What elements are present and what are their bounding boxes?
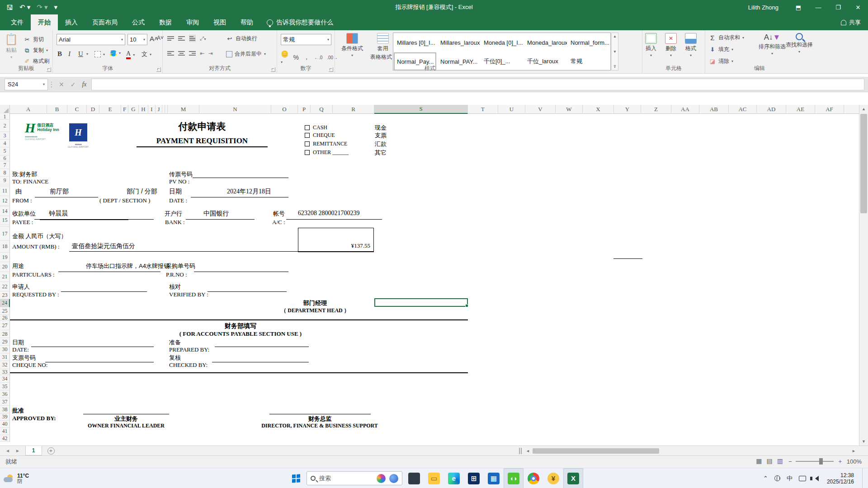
column-header-G[interactable]: G bbox=[128, 105, 139, 114]
align-middle-icon[interactable] bbox=[178, 35, 185, 42]
account-name[interactable]: Lilith Zhong bbox=[748, 4, 778, 11]
column-header-AA[interactable]: AA bbox=[671, 105, 699, 114]
format-as-table-button[interactable]: 套用 表格格式 ▾ bbox=[370, 33, 395, 61]
scroll-right-icon[interactable]: ► bbox=[852, 449, 856, 453]
formula-input[interactable] bbox=[91, 79, 864, 90]
sort-filter-button[interactable]: A↓▼ 排序和筛选▾ bbox=[759, 33, 786, 56]
tell-me-box[interactable]: 告诉我你想要做什么 bbox=[260, 14, 340, 30]
taskbar-microsoft-store-icon[interactable]: ⊞ bbox=[464, 468, 484, 488]
column-header-A[interactable]: A bbox=[10, 105, 47, 114]
row-header-32[interactable]: 32 bbox=[0, 361, 10, 369]
row-header-31[interactable]: 31 bbox=[0, 353, 10, 361]
align-left-icon[interactable] bbox=[167, 50, 174, 56]
ribbon-tab-插入[interactable]: 插入 bbox=[58, 14, 85, 30]
ribbon-tab-视图[interactable]: 视图 bbox=[206, 14, 233, 30]
autosum-button[interactable]: Σ自动求和▾ bbox=[709, 34, 744, 42]
ime-language-indicator[interactable]: 中 bbox=[787, 474, 793, 483]
column-header-X[interactable]: X bbox=[583, 105, 614, 114]
hidden-icons-chevron-icon[interactable]: ⌃ bbox=[763, 475, 768, 482]
taskbar-excel-icon[interactable]: X bbox=[563, 468, 583, 488]
touch-keyboard-icon[interactable] bbox=[799, 476, 806, 481]
selected-cell-S24[interactable] bbox=[374, 298, 468, 307]
column-header-I[interactable]: I bbox=[148, 105, 156, 114]
delete-cells-button[interactable]: ✕ 删除▾ bbox=[665, 33, 677, 57]
row-header-27[interactable]: 27 bbox=[0, 321, 10, 330]
column-header-F[interactable]: F bbox=[121, 105, 128, 114]
row-header-40[interactable]: 40 bbox=[0, 421, 10, 428]
taskbar-clock[interactable]: 12:38 2025/12/16 bbox=[825, 472, 854, 485]
ribbon-tab-文件[interactable]: 文件 bbox=[4, 14, 31, 30]
start-button[interactable] bbox=[287, 468, 306, 488]
gallery-down-icon[interactable]: ▼ bbox=[613, 50, 617, 54]
cut-button[interactable]: ✂剪切 bbox=[24, 36, 44, 43]
clear-button[interactable]: ◪清除▾ bbox=[709, 57, 733, 65]
taskbar-blue-app-icon[interactable]: ▦ bbox=[484, 468, 504, 488]
column-header-H[interactable]: H bbox=[139, 105, 148, 114]
cell-style-item[interactable]: Millares [0]_I... bbox=[393, 33, 437, 52]
weather-widget[interactable]: 11°C 阴 bbox=[0, 468, 39, 488]
row-header-28[interactable]: 28 bbox=[0, 330, 10, 338]
row-header-34[interactable]: 34 bbox=[0, 375, 10, 383]
zoom-in-icon[interactable]: ＋ bbox=[837, 457, 843, 465]
remittance-checkbox[interactable] bbox=[305, 141, 310, 146]
format-cells-button[interactable]: 格式▾ bbox=[685, 33, 697, 57]
row-header-38[interactable]: 38 bbox=[0, 406, 10, 413]
search-avatar-icon[interactable] bbox=[389, 474, 398, 483]
scroll-left-icon[interactable]: ◄ bbox=[526, 449, 530, 453]
row-header-17[interactable]: 17 bbox=[0, 227, 10, 241]
scroll-down-icon[interactable]: ▼ bbox=[859, 437, 868, 446]
row-header-39[interactable]: 39 bbox=[0, 413, 10, 421]
column-header-C[interactable]: C bbox=[67, 105, 87, 114]
cancel-entry-icon[interactable]: ✕ bbox=[59, 81, 64, 88]
row-header-33[interactable]: 33 bbox=[0, 369, 10, 375]
clipboard-dialog-launcher-icon[interactable] bbox=[47, 67, 51, 72]
find-select-button[interactable]: 查找和选择▾ bbox=[786, 33, 813, 54]
sheet-tab-1[interactable]: 1 bbox=[25, 446, 42, 455]
row-header-29[interactable]: 29 bbox=[0, 338, 10, 346]
taskbar-search-input[interactable]: 搜索 bbox=[307, 471, 402, 485]
page-break-view-icon[interactable]: ▥ bbox=[777, 457, 783, 465]
sheet-canvas[interactable]: H 假日酒店Holiday Inn ■■■■■■■■■GUIYANG AIRPO… bbox=[10, 114, 859, 446]
column-header-U[interactable]: U bbox=[498, 105, 525, 114]
gallery-more-icon[interactable]: ⊽ bbox=[613, 65, 616, 69]
format-painter-button[interactable]: ✐格式刷 bbox=[24, 57, 49, 65]
row-header-19[interactable]: 19 bbox=[0, 253, 10, 262]
taskbar-file-explorer-icon[interactable]: ▭ bbox=[424, 468, 444, 488]
column-header-Y[interactable]: Y bbox=[614, 105, 641, 114]
align-bottom-icon[interactable] bbox=[189, 35, 196, 42]
show-desktop-strip[interactable] bbox=[862, 468, 864, 488]
decrease-indent-icon[interactable]: ⇤ bbox=[200, 50, 204, 56]
taskbar-dark-app-icon[interactable] bbox=[404, 468, 424, 488]
ribbon-tab-开始[interactable]: 开始 bbox=[31, 14, 58, 30]
column-header-Z[interactable]: Z bbox=[641, 105, 671, 114]
italic-button[interactable]: I bbox=[68, 50, 71, 58]
row-header-41[interactable]: 41 bbox=[0, 428, 10, 435]
taskbar-finance-app-icon[interactable]: ¥ bbox=[543, 468, 563, 488]
row-header-6[interactable]: 6 bbox=[0, 155, 10, 161]
column-header-E[interactable]: E bbox=[99, 105, 121, 114]
column-header-M[interactable]: M bbox=[168, 105, 199, 114]
column-header-T[interactable]: T bbox=[468, 105, 498, 114]
ribbon-tab-审阅[interactable]: 审阅 bbox=[179, 14, 206, 30]
row-header-36[interactable]: 36 bbox=[0, 390, 10, 398]
search-highlight-icon[interactable] bbox=[377, 474, 386, 483]
zoom-level[interactable]: 100% bbox=[847, 458, 862, 465]
row-header-11[interactable]: 11 bbox=[0, 186, 10, 196]
cell-style-item[interactable]: Moneda [0]_I... bbox=[480, 33, 524, 52]
font-color-icon[interactable]: A▾ bbox=[126, 50, 135, 59]
row-header-21[interactable]: 21 bbox=[0, 272, 10, 282]
column-header-AE[interactable]: AE bbox=[786, 105, 815, 114]
wrap-text-button[interactable]: ↩自动换行 bbox=[226, 35, 257, 42]
row-header-35[interactable]: 35 bbox=[0, 383, 10, 390]
zoom-out-icon[interactable]: − bbox=[788, 458, 792, 465]
number-dialog-launcher-icon[interactable] bbox=[329, 67, 333, 72]
horizontal-scrollbar[interactable]: ◄ ► bbox=[526, 447, 856, 455]
tab-split-grip[interactable] bbox=[519, 448, 522, 454]
cash-checkbox[interactable] bbox=[305, 125, 310, 130]
share-button[interactable]: 共享 bbox=[841, 14, 861, 30]
vertical-scroll-thumb[interactable] bbox=[860, 114, 867, 213]
insert-function-icon[interactable]: fx bbox=[82, 81, 86, 88]
row-header-12[interactable]: 12 bbox=[0, 196, 10, 206]
ribbon-tab-页面布局[interactable]: 页面布局 bbox=[85, 14, 125, 30]
column-header-O[interactable]: O bbox=[271, 105, 298, 114]
